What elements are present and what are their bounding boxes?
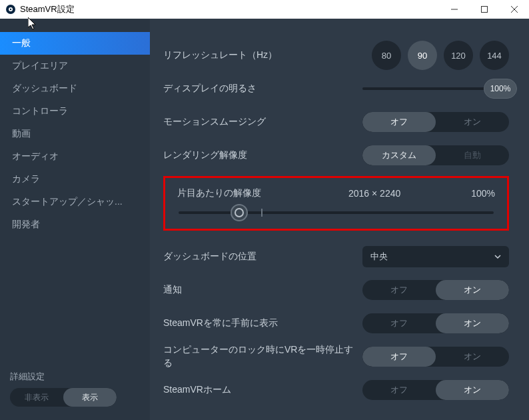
per-eye-percent: 100% (455, 188, 495, 199)
alwaysfront-label: SteamVRを常に手前に表示 (163, 317, 362, 329)
nav-camera[interactable]: カメラ (0, 168, 150, 191)
titlebar: SteamVR設定 (0, 0, 529, 19)
row-brightness: ディスプレイの明るさ 100% (163, 72, 509, 105)
chevron-down-icon (494, 253, 501, 260)
advanced-settings-label: 詳細設定 (10, 371, 140, 383)
render-auto[interactable]: 自動 (436, 145, 509, 165)
row-always-front: SteamVRを常に手前に表示 オフ オン (163, 307, 509, 340)
row-refresh-rate: リフレッシュレート（Hz） 80 90 120 144 (163, 39, 509, 72)
vrhome-toggle[interactable]: オフ オン (362, 380, 509, 400)
refresh-80[interactable]: 80 (372, 41, 401, 70)
refresh-90[interactable]: 90 (408, 41, 437, 70)
advanced-settings-toggle[interactable]: 非表示 表示 (10, 388, 117, 407)
notify-toggle[interactable]: オフ オン (362, 280, 509, 300)
render-label: レンダリング解像度 (163, 149, 362, 161)
dashpos-dropdown[interactable]: 中央 (362, 246, 509, 267)
brightness-thumb[interactable]: 100% (484, 79, 517, 99)
motion-label: モーションスムージング (163, 116, 362, 128)
vrhome-off[interactable]: オフ (362, 380, 436, 400)
svg-point-2 (10, 9, 11, 10)
alwaysfront-toggle[interactable]: オフ オン (362, 313, 509, 333)
row-motion-smoothing: モーションスムージング オフ オン (163, 105, 509, 139)
per-eye-resolution: 2016 × 2240 (348, 188, 455, 199)
maximize-button[interactable] (469, 0, 499, 19)
row-vr-home: SteamVRホーム オフ オン (163, 373, 509, 407)
render-custom[interactable]: カスタム (362, 145, 436, 165)
nav-controller[interactable]: コントローラ (0, 100, 150, 123)
per-eye-slider-tick (261, 209, 263, 217)
motion-toggle[interactable]: オフ オン (362, 112, 509, 132)
row-per-eye: 片目あたりの解像度 2016 × 2240 100% (177, 187, 495, 199)
row-render-resolution: レンダリング解像度 カスタム 自動 (163, 139, 509, 172)
advanced-hide-option[interactable]: 非表示 (10, 388, 63, 407)
refresh-rate-label: リフレッシュレート（Hz） (163, 49, 372, 61)
refresh-rate-options: 80 90 120 144 (372, 41, 509, 70)
alwaysfront-off[interactable]: オフ (362, 313, 436, 333)
advanced-show-option[interactable]: 表示 (63, 388, 117, 407)
per-eye-slider-thumb[interactable] (231, 204, 248, 221)
notify-off[interactable]: オフ (362, 280, 436, 300)
row-dashboard-position: ダッシュボードの位置 中央 (163, 240, 509, 273)
locksuspend-on[interactable]: オン (436, 347, 509, 367)
app-icon (5, 4, 16, 15)
row-notifications: 通知 オフ オン (163, 273, 509, 307)
brightness-label: ディスプレイの明るさ (163, 83, 362, 95)
nav-audio[interactable]: オーディオ (0, 145, 150, 168)
close-button[interactable] (499, 0, 529, 19)
render-toggle[interactable]: カスタム 自動 (362, 145, 509, 165)
per-eye-highlight: 片目あたりの解像度 2016 × 2240 100% (163, 176, 509, 231)
dashpos-value: 中央 (370, 251, 388, 263)
locksuspend-label: コンピューターのロック時にVRを一時停止する (163, 343, 362, 369)
nav-video[interactable]: 動画 (0, 123, 150, 145)
per-eye-label: 片目あたりの解像度 (177, 187, 348, 199)
refresh-120[interactable]: 120 (444, 41, 473, 70)
row-lock-suspend: コンピューターのロック時にVRを一時停止する オフ オン (163, 340, 509, 373)
notify-on[interactable]: オン (436, 280, 509, 300)
dashpos-label: ダッシュボードの位置 (163, 251, 362, 263)
alwaysfront-on[interactable]: オン (436, 313, 509, 333)
motion-on[interactable]: オン (436, 112, 509, 132)
brightness-slider[interactable]: 100% (362, 87, 509, 90)
nav-startup[interactable]: スタートアップ／シャッ... (0, 191, 150, 213)
content-panel: リフレッシュレート（Hz） 80 90 120 144 ディスプレイの明るさ 1… (150, 19, 529, 420)
vrhome-label: SteamVRホーム (163, 384, 362, 396)
motion-off[interactable]: オフ (362, 112, 436, 132)
nav-general[interactable]: 一般 (0, 32, 150, 55)
svg-rect-4 (481, 7, 487, 13)
nav-developer[interactable]: 開発者 (0, 213, 150, 236)
nav-dashboard[interactable]: ダッシュボード (0, 77, 150, 100)
locksuspend-toggle[interactable]: オフ オン (362, 347, 509, 367)
vrhome-on[interactable]: オン (436, 380, 509, 400)
per-eye-slider[interactable] (179, 211, 494, 214)
refresh-144[interactable]: 144 (480, 41, 509, 70)
sidebar: 一般 プレイエリア ダッシュボード コントローラ 動画 オーディオ カメラ スタ… (0, 19, 150, 420)
nav-play-area[interactable]: プレイエリア (0, 55, 150, 77)
window-title: SteamVR設定 (20, 3, 75, 15)
notify-label: 通知 (163, 284, 362, 296)
minimize-button[interactable] (439, 0, 469, 19)
locksuspend-off[interactable]: オフ (362, 347, 436, 367)
